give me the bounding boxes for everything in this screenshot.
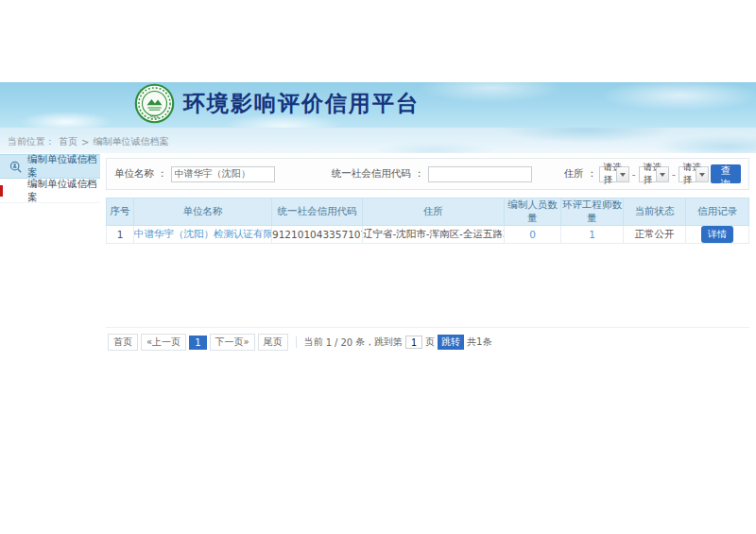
unit-name-label: 单位名称 ： xyxy=(114,167,167,181)
cell-staff-count-link[interactable]: 0 xyxy=(505,226,561,244)
table-empty-space xyxy=(106,244,749,327)
pagination: 首页 «上一页 1 下一页» 尾页 当前 1 / 20 条，跳到第 页 跳转 共… xyxy=(106,327,749,351)
cell-unit-name-link[interactable]: 中谱华宇（沈阳）检测认证有限公司 xyxy=(134,226,272,244)
pagination-next-button[interactable]: 下一页» xyxy=(210,334,255,351)
chevron-down-icon xyxy=(656,167,668,181)
pagination-info-prefix: 当前 xyxy=(304,336,323,349)
credit-code-label: 统一社会信用代码 ： xyxy=(332,167,424,181)
city-select[interactable]: 请选择 xyxy=(639,166,669,182)
chevron-down-icon xyxy=(616,167,628,181)
cell-credit-record: 详情 xyxy=(686,226,749,244)
table-header-row: 序号 单位名称 统一社会信用代码 住所 编制人员数量 环评工程师数量 当前状态 … xyxy=(107,198,749,226)
cell-index: 1 xyxy=(107,226,134,244)
main-content: 单位名称 ： 统一社会信用代码 ： 住所 ： 请选择 - 请选择 - 请选择 查… xyxy=(106,158,749,351)
query-button[interactable]: 查询 xyxy=(711,164,741,183)
pagination-page-num: 1 xyxy=(326,337,332,348)
col-header-credit-record: 信用记录 xyxy=(686,198,749,226)
pagination-page-size: 20 xyxy=(340,337,352,348)
pagination-page-word: 页 xyxy=(425,336,435,349)
sidebar-item-label: 编制单位诚信档案 xyxy=(27,178,100,204)
province-select[interactable]: 请选择 xyxy=(599,166,629,182)
col-header-staff-count: 编制人员数量 xyxy=(505,198,561,226)
col-header-index: 序号 xyxy=(107,198,134,226)
search-panel: 单位名称 ： 统一社会信用代码 ： 住所 ： 请选择 - 请选择 - 请选择 查… xyxy=(106,158,749,190)
breadcrumb-label: 当前位置： xyxy=(8,135,55,148)
breadcrumb-home-link[interactable]: 首页 xyxy=(59,135,77,148)
page-canvas: MEE 环境影响评价信用平台 当前位置： 首页 > 编制单位诚信档案 编制单位诚… xyxy=(0,0,756,534)
page-jump-input[interactable] xyxy=(405,336,422,349)
credit-code-input[interactable] xyxy=(428,166,532,182)
pagination-info-mid: 条，跳到第 xyxy=(355,336,403,349)
pagination-divider xyxy=(296,336,297,348)
col-header-status: 当前状态 xyxy=(624,198,686,226)
col-header-unit-name: 单位名称 xyxy=(134,198,272,226)
pagination-total: 共1条 xyxy=(467,336,491,349)
site-title: 环境影响评价信用平台 xyxy=(183,89,420,118)
sidebar-item-label: 编制单位诚信档案 xyxy=(27,153,100,180)
table-row: 1 中谱华宇（沈阳）检测认证有限公司 91210104335710717K 辽宁… xyxy=(107,226,749,244)
address-dash: - xyxy=(672,168,676,180)
breadcrumb-band: 当前位置： 首页 > 编制单位诚信档案 xyxy=(0,128,756,153)
cell-engineer-count-link[interactable]: 1 xyxy=(561,226,624,244)
chevron-down-icon xyxy=(696,167,708,181)
pagination-info: 当前 1 / 20 条，跳到第 xyxy=(304,336,403,349)
pagination-slash: / xyxy=(335,337,337,348)
person-search-icon xyxy=(9,161,22,173)
breadcrumb-separator: > xyxy=(81,137,89,147)
site-brand: MEE 环境影响评价信用平台 xyxy=(134,83,420,124)
col-header-engineer-count: 环评工程师数量 xyxy=(561,198,624,226)
cell-credit-code: 91210104335710717K xyxy=(272,226,363,244)
sidebar-item-credit-archive-active[interactable]: 编制单位诚信档案 xyxy=(0,154,100,179)
red-marker xyxy=(0,185,3,197)
pagination-current-page[interactable]: 1 xyxy=(189,336,206,350)
sidebar: 编制单位诚信档案 编制单位诚信档案 xyxy=(0,154,100,203)
pagination-first-button[interactable]: 首页 xyxy=(108,334,138,351)
district-select[interactable]: 请选择 xyxy=(679,166,709,182)
results-panel: 序号 单位名称 统一社会信用代码 住所 编制人员数量 环评工程师数量 当前状态 … xyxy=(106,198,749,351)
cell-status: 正常公开 xyxy=(624,226,686,244)
col-header-credit-code: 统一社会信用代码 xyxy=(272,198,363,226)
cell-address: 辽宁省-沈阳市-浑南区-全运五路35-1号楼902 xyxy=(363,226,505,244)
pagination-prev-button[interactable]: «上一页 xyxy=(141,334,186,351)
address-dash: - xyxy=(632,168,636,180)
breadcrumb-current: 编制单位诚信档案 xyxy=(93,135,168,148)
address-label: 住所 ： xyxy=(564,167,597,181)
col-header-address: 住所 xyxy=(363,198,505,226)
breadcrumb: 当前位置： 首页 > 编制单位诚信档案 xyxy=(8,135,168,148)
unit-name-input[interactable] xyxy=(171,166,275,182)
sidebar-item-credit-archive[interactable]: 编制单位诚信档案 xyxy=(0,179,100,203)
svg-text:MEE: MEE xyxy=(149,113,159,119)
page-jump-button[interactable]: 跳转 xyxy=(438,335,464,350)
detail-button[interactable]: 详情 xyxy=(701,226,733,243)
mee-logo-icon: MEE xyxy=(134,83,175,124)
pagination-last-button[interactable]: 尾页 xyxy=(258,334,288,351)
results-table: 序号 单位名称 统一社会信用代码 住所 编制人员数量 环评工程师数量 当前状态 … xyxy=(106,198,749,244)
